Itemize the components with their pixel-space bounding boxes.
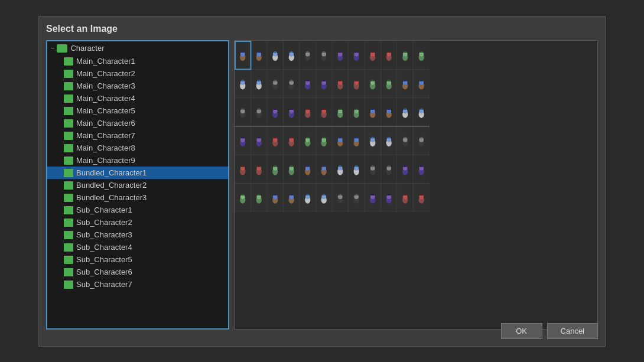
tree-item-label: Main_Character3 (76, 81, 135, 90)
file-icon (64, 206, 73, 214)
tree-item-label: Bundled_Character1 (76, 168, 147, 177)
file-icon (64, 144, 73, 152)
dialog-body: − Character Main_Character1Main_Characte… (46, 40, 598, 330)
tree-item[interactable]: Sub_Character1 (47, 204, 228, 216)
tree-item-label: Main_Character5 (76, 106, 135, 115)
file-icon (64, 119, 73, 128)
tree-item[interactable]: Main_Character2 (47, 67, 228, 80)
tree-item[interactable]: Sub_Character5 (47, 253, 228, 266)
tree-item-label: Bundled_Character2 (76, 181, 147, 190)
tree-item[interactable]: Bundled_Character1 (47, 167, 228, 179)
tree-item-label: Sub_Character2 (76, 218, 132, 227)
tree-item[interactable]: Main_Character4 (47, 92, 228, 105)
file-icon (64, 231, 73, 239)
tree-item-label: Main_Character2 (76, 69, 135, 78)
file-icon (64, 156, 73, 165)
file-icon (64, 107, 73, 115)
tree-item[interactable]: Main_Character1 (47, 55, 228, 67)
dialog-title: Select an Image (46, 24, 598, 34)
tree-item-label: Main_Character9 (76, 156, 135, 165)
tree-items-container: Main_Character1Main_Character2Main_Chara… (47, 55, 228, 291)
tree-item[interactable]: Main_Character7 (47, 129, 228, 142)
file-icon (64, 268, 73, 276)
file-icon (64, 82, 73, 90)
tree-item-label: Main_Character8 (76, 144, 135, 152)
file-icon (64, 256, 73, 264)
tree-item[interactable]: Bundled_Character3 (47, 191, 228, 204)
tree-item[interactable]: Main_Character8 (47, 142, 228, 154)
tree-item[interactable]: Main_Character6 (47, 117, 228, 129)
file-icon (64, 243, 73, 252)
sprite-canvas (235, 41, 430, 212)
tree-item[interactable]: Sub_Character2 (47, 216, 228, 229)
tree-item-label: Sub_Character1 (76, 206, 132, 214)
tree-item-label: Main_Character1 (76, 57, 135, 66)
dialog-footer: OK Cancel (501, 323, 598, 339)
file-icon (64, 94, 73, 103)
tree-item[interactable]: Main_Character5 (47, 105, 228, 117)
folder-icon (57, 44, 67, 53)
tree-item[interactable]: Bundled_Character2 (47, 179, 228, 191)
preview-panel (234, 40, 598, 330)
cancel-button[interactable]: Cancel (547, 323, 598, 339)
tree-item-label: Bundled_Character3 (76, 193, 147, 202)
tree-item-label: Sub_Character3 (76, 230, 132, 239)
tree-item-label: Sub_Character5 (76, 255, 132, 264)
tree-item[interactable]: Sub_Character7 (47, 278, 228, 291)
file-icon (64, 169, 73, 177)
tree-item[interactable]: Sub_Character6 (47, 266, 228, 278)
tree-item[interactable]: Sub_Character4 (47, 241, 228, 253)
folder-row[interactable]: − Character (47, 41, 228, 55)
tree-item-label: Sub_Character4 (76, 243, 132, 252)
tree-item-label: Main_Character4 (76, 94, 135, 103)
tree-item-label: Main_Character6 (76, 119, 135, 128)
tree-item[interactable]: Main_Character3 (47, 80, 228, 92)
tree-item[interactable]: Sub_Character3 (47, 229, 228, 241)
ok-button[interactable]: OK (501, 323, 542, 339)
tree-item-label: Sub_Character7 (76, 280, 132, 289)
file-icon (64, 57, 73, 66)
folder-label: Character (70, 44, 104, 53)
select-image-dialog: Select an Image − Character Main_Charact… (38, 16, 606, 347)
tree-panel[interactable]: − Character Main_Character1Main_Characte… (46, 40, 229, 330)
tree-item-label: Sub_Character6 (76, 268, 132, 276)
file-icon (64, 194, 73, 202)
file-icon (64, 181, 73, 190)
tree-item-label: Main_Character7 (76, 131, 135, 140)
file-icon (64, 281, 73, 289)
file-icon (64, 70, 73, 78)
file-icon (64, 132, 73, 140)
collapse-icon[interactable]: − (51, 44, 54, 51)
tree-item[interactable]: Main_Character9 (47, 154, 228, 167)
file-icon (64, 218, 73, 227)
